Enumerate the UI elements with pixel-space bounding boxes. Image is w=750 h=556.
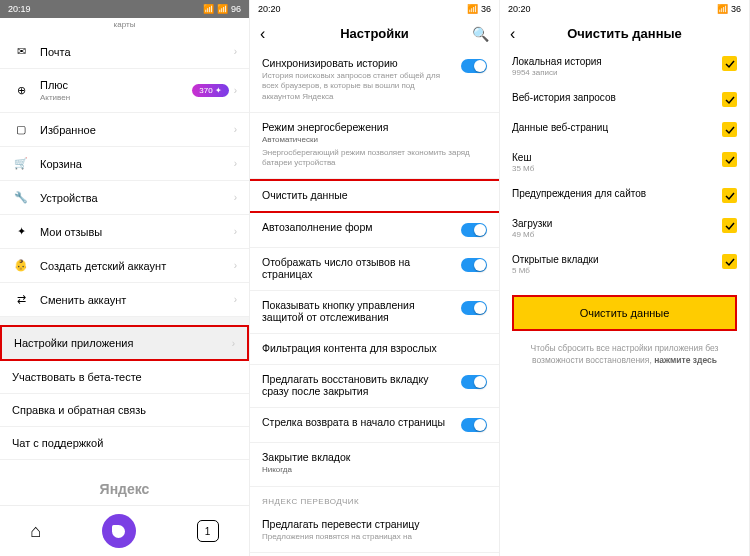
clear-web-data[interactable]: Данные веб-страниц (500, 115, 749, 145)
settings-header: ‹ Настройки 🔍 (250, 18, 499, 49)
chevron-right-icon: › (234, 260, 237, 271)
tabs-button[interactable]: 1 (197, 520, 219, 542)
switch-icon: ⇄ (12, 293, 30, 306)
cart-icon: 🛒 (12, 157, 30, 170)
setting-clear-data[interactable]: Очистить данные (250, 179, 499, 213)
chevron-right-icon: › (232, 338, 235, 349)
toggle-autofill[interactable] (461, 223, 487, 237)
mail-icon: ✉ (12, 45, 30, 58)
home-icon[interactable]: ⌂ (30, 521, 41, 542)
clear-data-header: ‹ Очистить данные (500, 18, 749, 49)
setting-close-tabs[interactable]: Закрытие вкладок Никогда (250, 443, 499, 486)
chevron-right-icon: › (234, 294, 237, 305)
status-bar: 20:19 📶 📶 96 (0, 0, 249, 18)
setting-restore-tab[interactable]: Предлагать восстановить вкладку сразу по… (250, 365, 499, 408)
status-bar: 20:20 📶 36 (500, 0, 749, 18)
checkbox[interactable] (722, 218, 737, 233)
chevron-right-icon: › (234, 158, 237, 169)
status-time: 20:20 (258, 4, 281, 14)
status-icons: 📶 36 (467, 4, 491, 14)
menu-child-account[interactable]: 👶 Создать детский аккаунт › (0, 249, 249, 283)
toggle-scrolltop[interactable] (461, 418, 487, 432)
toggle-tracking[interactable] (461, 301, 487, 315)
bookmark-icon: ▢ (12, 123, 30, 136)
menu-mail[interactable]: ✉ Почта › (0, 35, 249, 69)
settings-list: Синхронизировать историю История поисков… (250, 49, 499, 556)
menu-switch-account[interactable]: ⇄ Сменить аккаунт › (0, 283, 249, 317)
checkbox[interactable] (722, 56, 737, 71)
clear-data-button[interactable]: Очистить данные (512, 295, 737, 331)
clear-downloads[interactable]: Загрузки 49 Мб (500, 211, 749, 247)
clear-data-list: Локальная история 9954 записи Веб-истори… (500, 49, 749, 556)
checkbox[interactable] (722, 92, 737, 107)
menu-app-settings[interactable]: Настройки приложения › (0, 325, 249, 361)
signal-icon: 📶 (717, 4, 728, 14)
page-title: Очистить данные (567, 26, 682, 41)
setting-autofill[interactable]: Автозаполнение форм (250, 213, 499, 248)
brand-logo: Яндекс (0, 473, 249, 505)
menu-plus[interactable]: ⊕ Плюс Активен 370✦ › (0, 69, 249, 113)
account-menu: ✉ Почта › ⊕ Плюс Активен 370✦ › ▢ Избран… (0, 35, 249, 473)
clear-cache[interactable]: Кеш 35 Мб (500, 145, 749, 181)
toggle-sync[interactable] (461, 59, 487, 73)
battery-icon: 96 (231, 4, 241, 14)
menu-support-chat[interactable]: Чат с поддержкой (0, 427, 249, 460)
setting-translate[interactable]: Предлагать перевести страницу Предложени… (250, 510, 499, 553)
search-icon[interactable]: 🔍 (472, 26, 489, 42)
setting-sync-history[interactable]: Синхронизировать историю История поисков… (250, 49, 499, 113)
status-icons: 📶 📶 96 (203, 4, 241, 14)
plus-circle-icon: ⊕ (12, 84, 30, 97)
signal-icon: 📶 (467, 4, 478, 14)
chevron-right-icon: › (234, 226, 237, 237)
battery-icon: 36 (481, 4, 491, 14)
wrench-icon: 🔧 (12, 191, 30, 204)
checkbox[interactable] (722, 122, 737, 137)
battery-icon: 36 (731, 4, 741, 14)
status-bar: 20:20 📶 36 (250, 0, 499, 18)
checkbox[interactable] (722, 188, 737, 203)
menu-beta[interactable]: Участвовать в бета-тесте (0, 361, 249, 394)
reset-note[interactable]: Чтобы сбросить все настройки приложения … (500, 343, 749, 367)
clear-local-history[interactable]: Локальная история 9954 записи (500, 49, 749, 85)
toggle-restore[interactable] (461, 375, 487, 389)
page-title: Настройки (340, 26, 409, 41)
wifi-icon: 📶 (203, 4, 214, 14)
status-time: 20:19 (8, 4, 31, 14)
panel-clear-data: 20:20 📶 36 ‹ Очистить данные Локальная и… (500, 0, 750, 556)
menu-help[interactable]: Справка и обратная связь (0, 394, 249, 427)
clear-site-warnings[interactable]: Предупреждения для сайтов (500, 181, 749, 211)
menu-devices[interactable]: 🔧 Устройства › (0, 181, 249, 215)
status-icons: 📶 36 (717, 4, 741, 14)
star-icon: ✦ (12, 225, 30, 238)
signal-icon: 📶 (217, 4, 228, 14)
back-icon[interactable]: ‹ (260, 25, 265, 43)
setting-tracking-protection[interactable]: Показывать кнопку управления защитой от … (250, 291, 499, 334)
setting-review-count[interactable]: Отображать число отзывов на страницах (250, 248, 499, 291)
setting-power-mode[interactable]: Режим энергосбережения Автоматически Эне… (250, 113, 499, 179)
clear-web-history[interactable]: Веб-история запросов (500, 85, 749, 115)
cards-label: карты (0, 18, 249, 35)
checkbox[interactable] (722, 254, 737, 269)
status-time: 20:20 (508, 4, 531, 14)
chevron-right-icon: › (234, 124, 237, 135)
setting-scroll-top[interactable]: Стрелка возврата в начало страницы (250, 408, 499, 443)
menu-reviews[interactable]: ✦ Мои отзывы › (0, 215, 249, 249)
alice-button[interactable] (102, 514, 136, 548)
panel-account: 20:19 📶 📶 96 карты ✉ Почта › ⊕ Плюс Акти… (0, 0, 250, 556)
checkbox[interactable] (722, 152, 737, 167)
clear-open-tabs[interactable]: Открытые вкладки 5 Мб (500, 247, 749, 283)
back-icon[interactable]: ‹ (510, 25, 515, 43)
panel-settings: 20:20 📶 36 ‹ Настройки 🔍 Синхронизироват… (250, 0, 500, 556)
child-icon: 👶 (12, 259, 30, 272)
chevron-right-icon: › (234, 46, 237, 57)
chevron-right-icon: › (234, 192, 237, 203)
section-translator: ЯНДЕКС ПЕРЕВОДЧИК (250, 487, 499, 510)
plus-badge: 370✦ (192, 84, 228, 97)
menu-favorites[interactable]: ▢ Избранное › (0, 113, 249, 147)
setting-adult-filter[interactable]: Фильтрация контента для взрослых (250, 334, 499, 365)
toggle-reviews[interactable] (461, 258, 487, 272)
menu-cart[interactable]: 🛒 Корзина › (0, 147, 249, 181)
chevron-right-icon: › (234, 85, 237, 96)
bottom-nav: ⌂ 1 (0, 505, 249, 556)
